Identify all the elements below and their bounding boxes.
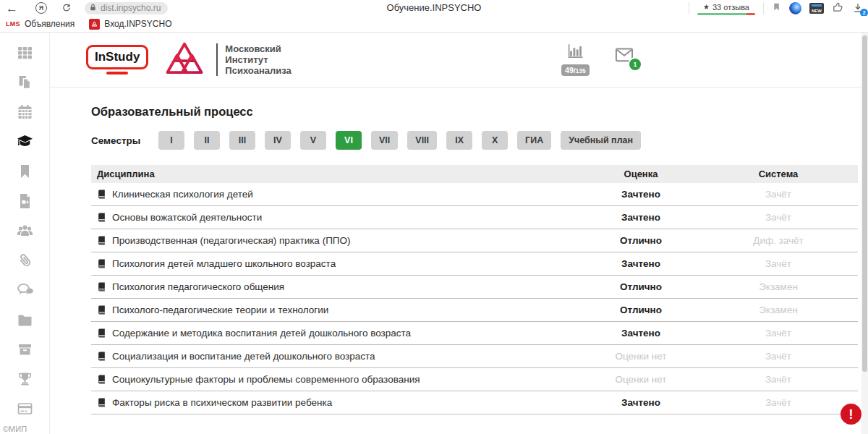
url-text: dist.inpsycho.ru	[101, 3, 161, 13]
hand-icon[interactable]	[832, 1, 844, 16]
discipline-name: Психолого-педагогические теории и технол…	[112, 305, 328, 315]
book-icon	[97, 259, 106, 268]
grade-value: Зачтено	[583, 183, 699, 206]
book-icon	[97, 305, 106, 315]
table-row[interactable]: Содержание и методика воспитания детей д…	[91, 322, 858, 345]
semester-button-гиа[interactable]: ГИА	[517, 131, 551, 150]
lms-logo-icon: LMS	[6, 20, 20, 27]
alert-icon: !	[848, 407, 853, 422]
refresh-icon[interactable]	[61, 3, 72, 13]
sidebar-item-graduation-cap[interactable]	[14, 133, 35, 150]
instudy-logo[interactable]: InStudy	[86, 45, 148, 75]
table-row[interactable]: Психология детей младшего школьного возр…	[91, 252, 858, 276]
semester-button-iv[interactable]: IV	[265, 131, 291, 150]
discipline-name: Психология педагогического общения	[112, 281, 284, 292]
sidebar-item-apps-grid[interactable]	[14, 44, 35, 61]
sidebar-item-documents[interactable]	[14, 74, 35, 91]
table-row[interactable]: Психология педагогического общенияОтличн…	[91, 276, 858, 299]
back-icon[interactable]: ←	[6, 2, 18, 14]
semester-button-i[interactable]: I	[158, 131, 184, 150]
book-icon	[97, 328, 106, 338]
instudy-logo-text: InStudy	[95, 50, 140, 64]
bookmark-login[interactable]: Вход.INPSYCHO	[89, 19, 171, 30]
grade-value: Оценки нет	[583, 345, 699, 368]
system-value: Диф. зачёт	[699, 229, 858, 252]
yandex-icon[interactable]: Я	[35, 2, 47, 14]
grade-value: Зачтено	[583, 391, 699, 414]
table-row[interactable]: Социализация и воспитание детей дошкольн…	[91, 345, 858, 368]
bookmark-flag-icon[interactable]	[772, 1, 781, 15]
bookmark-label: Объявления	[25, 19, 75, 29]
alert-notification[interactable]: !	[841, 404, 861, 425]
reviews-label: 33 отзыва	[712, 3, 749, 12]
sidebar-item-video-file[interactable]	[14, 192, 35, 210]
rating-bar	[697, 13, 755, 15]
table-row[interactable]: Психолого-педагогические теории и технол…	[91, 299, 858, 322]
semester-button-viii[interactable]: VIII	[407, 131, 437, 150]
book-icon	[97, 190, 106, 199]
semester-button-x[interactable]: X	[482, 131, 508, 150]
semester-button-v[interactable]: V	[300, 131, 326, 150]
table-row[interactable]: Социокультурные факторы и проблемы совре…	[91, 368, 858, 391]
system-value: Зачёт	[699, 391, 858, 414]
semester-button-ix[interactable]: IX	[446, 131, 472, 150]
semester-button-учебный-план[interactable]: Учебный план	[561, 131, 641, 150]
star-icon: ★	[703, 4, 710, 11]
site-reviews[interactable]: ★ 33 отзыва	[697, 3, 755, 15]
table-row[interactable]: Основы вожатской деятельностиЗачтеноЗачё…	[91, 206, 858, 229]
progress-stats[interactable]: 49/135	[561, 41, 590, 76]
copyright: ©МИП	[3, 425, 27, 433]
system-value: Экзамен	[699, 299, 858, 322]
bookmarks-bar: LMS Объявления Вход.INPSYCHO	[0, 16, 868, 33]
sidebar-item-archive[interactable]	[14, 341, 35, 358]
bookmark-announcements[interactable]: LMS Объявления	[6, 19, 75, 29]
divider	[689, 2, 689, 14]
discipline-name: Клиническая психология детей	[112, 189, 253, 200]
table-row[interactable]: Факторы риска в психическом развитии реб…	[91, 391, 858, 414]
table-row[interactable]: Клиническая психология детейЗачтеноЗачёт	[91, 183, 858, 206]
sidebar-item-folder[interactable]	[14, 311, 35, 328]
system-value: Экзамен	[699, 276, 858, 299]
system-value: Зачёт	[699, 368, 858, 391]
scrollbar-thumb[interactable]	[862, 35, 867, 372]
lock-icon	[89, 1, 97, 14]
grade-value: Отлично	[583, 276, 699, 299]
discipline-name: Основы вожатской деятельности	[112, 212, 262, 223]
page-title: Образовательный процесс	[91, 105, 858, 119]
sidebar-item-payment-card[interactable]	[14, 400, 35, 417]
book-icon	[97, 352, 106, 361]
sidebar-item-chat[interactable]	[14, 281, 35, 299]
sidebar-item-users[interactable]	[14, 222, 35, 239]
mail-button[interactable]: 1	[612, 45, 637, 68]
sidebar-item-bookmark[interactable]	[14, 163, 35, 180]
downloads-icon[interactable]: 2	[852, 2, 864, 14]
discipline-name: Социализация и воспитание детей дошкольн…	[112, 351, 375, 362]
semester-button-vii[interactable]: VII	[371, 131, 398, 150]
mip-favicon-icon	[89, 19, 100, 30]
book-icon	[97, 398, 106, 407]
divider	[763, 2, 764, 14]
semester-button-iii[interactable]: III	[229, 131, 255, 150]
book-icon	[97, 213, 106, 222]
browser-window: ← Я dist.inpsycho.ru Обучение.INPSYCHO ★	[0, 0, 868, 434]
system-value: Зачёт	[699, 345, 858, 368]
browser-logo-icon[interactable]	[789, 2, 801, 14]
sidebar-item-calendar[interactable]	[14, 103, 35, 121]
discipline-name: Содержание и методика воспитания детей д…	[112, 328, 411, 339]
address-bar[interactable]: dist.inpsycho.ru	[85, 2, 168, 14]
grade-value: Оценки нет	[583, 368, 699, 391]
semester-button-ii[interactable]: II	[194, 131, 220, 150]
new-extension-icon[interactable]: NEW	[809, 3, 824, 14]
semester-button-vi[interactable]: VI	[336, 131, 362, 150]
scrollbar-track[interactable]	[861, 33, 868, 434]
sidebar-item-paperclip[interactable]	[14, 252, 35, 269]
mip-logo-icon[interactable]	[164, 41, 205, 80]
sidebar-item-trophy[interactable]	[14, 370, 35, 388]
progress-badge: 49/135	[561, 64, 590, 76]
book-icon	[97, 236, 106, 245]
courses-table: Дисциплина Оценка Система Клиническая пс…	[91, 165, 858, 414]
table-row[interactable]: Производственная (педагогическая) практи…	[91, 229, 858, 252]
bookmark-label: Вход.INPSYCHO	[104, 19, 171, 29]
system-value: Зачёт	[699, 252, 858, 276]
grade-value: Отлично	[583, 229, 699, 252]
